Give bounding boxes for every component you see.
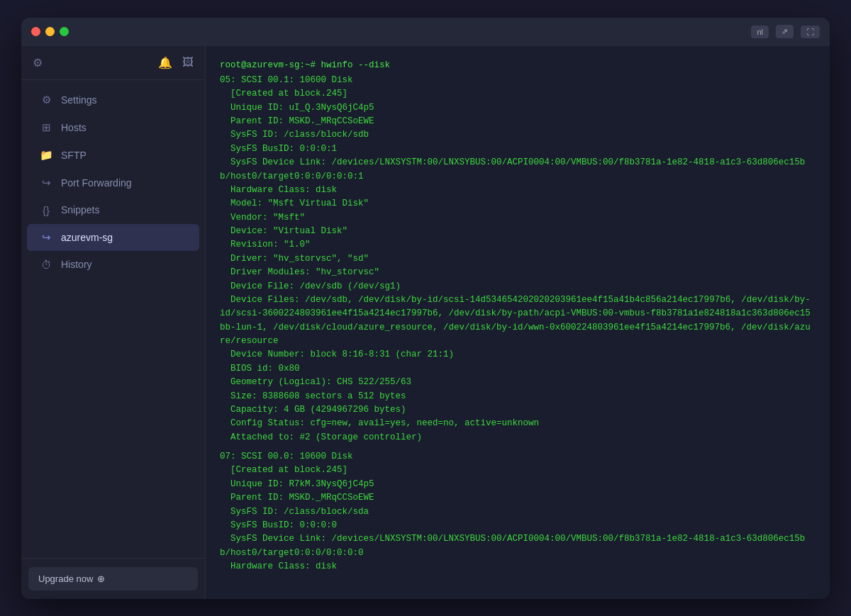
terminal-line: Unique ID: R7kM.3NysQ6jC4p5 [220, 478, 816, 491]
terminal-line: Driver: "hv_storvsc", "sd" [220, 252, 816, 266]
terminal-line: Device: "Virtual Disk" [220, 225, 816, 238]
sidebar-item-settings[interactable]: ⚙ Settings [27, 86, 199, 113]
sidebar-top: ⚙ 🔔 🖼 [21, 46, 205, 80]
history-nav-label: History [61, 259, 92, 270]
sftp-nav-label: SFTP [61, 150, 87, 161]
port-forwarding-nav-label: Port Forwarding [61, 177, 132, 189]
sidebar-item-sftp[interactable]: 📁 SFTP [27, 142, 199, 169]
image-icon[interactable]: 🖼 [182, 56, 194, 69]
sidebar-item-azurevm-sg[interactable]: ↪ azurevm-sg [27, 224, 199, 251]
minimize-button[interactable] [45, 27, 55, 36]
terminal-line: SysFS ID: /class/block/sda [220, 505, 816, 519]
terminal-line: SysFS Device Link: /devices/LNXSYSTM:00/… [220, 532, 816, 560]
terminal-line: Vendor: "Msft" [220, 211, 816, 225]
settings-nav-label: Settings [61, 94, 97, 106]
terminal-line: Size: 8388608 sectors a 512 bytes [220, 390, 816, 403]
sidebar-footer: Upgrade now ⊕ [21, 558, 205, 599]
terminal-prompt: root@azurevm-sg:~# hwinfo --disk [220, 59, 816, 72]
upgrade-icon: ⊕ [97, 573, 105, 584]
close-button[interactable] [31, 27, 40, 36]
terminal-line: Parent ID: MSKD._MRqCCSoEWE [220, 491, 816, 505]
nl-button[interactable]: nl [751, 26, 769, 38]
main-window: nl ⇗ ⛶ ⚙ 🔔 🖼 ⚙ [21, 18, 830, 599]
sftp-nav-icon: 📁 [40, 149, 52, 162]
upgrade-button[interactable]: Upgrade now ⊕ [28, 567, 198, 590]
terminal-line: Config Status: cfg=new, avail=yes, need=… [220, 417, 816, 430]
terminal-line: Device Files: /dev/sdb, /dev/disk/by-id/… [220, 293, 816, 349]
port-forwarding-nav-icon: ↪ [40, 177, 52, 189]
terminal-line: SysFS ID: /class/block/sdb [220, 128, 816, 142]
settings-nav-icon: ⚙ [40, 94, 52, 106]
terminal-panel[interactable]: root@azurevm-sg:~# hwinfo --disk05: SCSI… [206, 46, 830, 599]
terminal-blank [220, 444, 816, 450]
terminal-line: SysFS BusID: 0:0:0:1 [220, 142, 816, 156]
terminal-line: [Created at block.245] [220, 464, 816, 477]
sidebar-top-icons: ⚙ [33, 56, 43, 69]
nl-label: nl [757, 28, 763, 36]
content-area: ⚙ 🔔 🖼 ⚙ Settings ⊞ Hosts 📁 SFT [21, 46, 830, 599]
terminal-line: Attached to: #2 (Storage controller) [220, 431, 816, 444]
share-button[interactable]: ⇗ [776, 25, 794, 38]
terminal-line: SysFS BusID: 0:0:0:0 [220, 519, 816, 532]
sidebar-item-snippets[interactable]: {} Snippets [27, 197, 199, 223]
titlebar-actions: nl ⇗ ⛶ [751, 25, 820, 38]
history-nav-icon: ⏱ [40, 259, 52, 271]
titlebar: nl ⇗ ⛶ [21, 18, 830, 46]
maximize-button[interactable] [60, 27, 69, 36]
snippets-nav-label: Snippets [61, 204, 99, 215]
sidebar-item-history[interactable]: ⏱ History [27, 252, 199, 278]
hosts-nav-label: Hosts [61, 122, 87, 133]
azurevm-nav-label: azurevm-sg [61, 232, 113, 243]
expand-button[interactable]: ⛶ [801, 26, 820, 38]
terminal-line: Device File: /dev/sdb (/dev/sg1) [220, 280, 816, 293]
terminal-line: Hardware Class: disk [220, 560, 816, 573]
terminal-line: Geometry (Logical): CHS 522/255/63 [220, 376, 816, 389]
terminal-line: 07: SCSI 00.0: 10600 Disk [220, 450, 816, 464]
terminal-line: Revision: "1.0" [220, 238, 816, 252]
terminal-line: Driver Modules: "hv_storvsc" [220, 266, 816, 279]
settings-icon[interactable]: ⚙ [33, 56, 43, 69]
terminal-line: Device Number: block 8:16-8:31 (char 21:… [220, 348, 816, 362]
sidebar-nav: ⚙ Settings ⊞ Hosts 📁 SFTP ↪ Port Forward… [21, 80, 205, 558]
terminal-line: Model: "Msft Virtual Disk" [220, 197, 816, 211]
sidebar-utility-icons: 🔔 🖼 [158, 56, 194, 69]
azurevm-nav-icon: ↪ [40, 231, 52, 244]
terminal-line: Capacity: 4 GB (4294967296 bytes) [220, 403, 816, 417]
upgrade-label: Upgrade now [38, 573, 93, 584]
snippets-nav-icon: {} [40, 204, 52, 216]
terminal-line: SysFS Device Link: /devices/LNXSYSTM:00/… [220, 156, 816, 184]
share-icon: ⇗ [782, 27, 788, 36]
notification-icon[interactable]: 🔔 [158, 56, 172, 69]
expand-icon: ⛶ [806, 28, 814, 36]
terminal-line: Unique ID: uI_Q.3NysQ6jC4p5 [220, 101, 816, 115]
hosts-nav-icon: ⊞ [40, 121, 52, 134]
terminal-line: [Created at block.245] [220, 87, 816, 101]
sidebar-item-hosts[interactable]: ⊞ Hosts [27, 114, 199, 141]
sidebar: ⚙ 🔔 🖼 ⚙ Settings ⊞ Hosts 📁 SFT [21, 46, 206, 599]
traffic-lights [31, 27, 69, 36]
terminal-line: Hardware Class: disk [220, 184, 816, 197]
terminal-line: Parent ID: MSKD._MRqCCSoEWE [220, 115, 816, 128]
terminal-line: 05: SCSI 00.1: 10600 Disk [220, 74, 816, 87]
terminal-line: BIOS id: 0x80 [220, 362, 816, 376]
sidebar-item-port-forwarding[interactable]: ↪ Port Forwarding [27, 169, 199, 196]
